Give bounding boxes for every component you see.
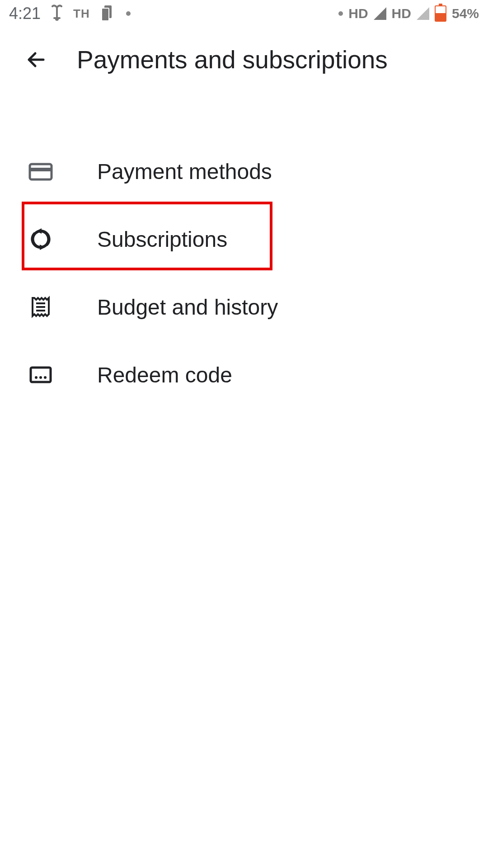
battery-icon xyxy=(435,5,446,22)
phone-app-icon xyxy=(99,4,117,24)
menu-item-payment-methods[interactable]: Payment methods xyxy=(0,137,488,205)
hd-indicator-1: HD xyxy=(348,6,368,21)
svg-point-10 xyxy=(39,376,42,379)
svg-point-9 xyxy=(35,376,38,379)
page-header: Payments and subscriptions xyxy=(0,27,488,92)
receipt-icon xyxy=(27,293,54,321)
svg-rect-3 xyxy=(30,164,52,179)
dot-indicator-1 xyxy=(126,11,131,16)
signal-icon-1 xyxy=(374,7,386,20)
svg-point-11 xyxy=(44,376,47,379)
menu-item-redeem-code[interactable]: Redeem code xyxy=(0,341,488,409)
back-arrow-icon xyxy=(24,48,48,71)
svg-rect-2 xyxy=(102,8,109,21)
svg-point-0 xyxy=(55,17,59,21)
svg-rect-8 xyxy=(31,368,51,382)
signal-icon-2 xyxy=(417,7,429,20)
dot-indicator-2 xyxy=(338,11,343,16)
status-left: 4:21 TH xyxy=(9,4,131,24)
menu-list: Payment methods Subscriptions Budget and… xyxy=(0,92,488,409)
battery-percentage: 54% xyxy=(452,6,479,21)
menu-label: Budget and history xyxy=(97,295,278,320)
menu-item-budget-history[interactable]: Budget and history xyxy=(0,273,488,341)
credit-card-icon xyxy=(27,158,54,185)
status-right: HD HD 54% xyxy=(338,5,479,22)
status-bar: 4:21 TH HD HD 54% xyxy=(0,0,488,27)
refresh-icon xyxy=(27,226,54,253)
status-time: 4:21 xyxy=(9,4,41,23)
app-icon-1 xyxy=(50,5,64,23)
hd-indicator-2: HD xyxy=(392,6,411,21)
code-icon xyxy=(27,361,54,388)
th-indicator: TH xyxy=(73,7,90,21)
back-button[interactable] xyxy=(23,46,50,73)
menu-label: Payment methods xyxy=(97,159,272,184)
page-title: Payments and subscriptions xyxy=(77,45,388,74)
svg-rect-4 xyxy=(30,168,52,171)
menu-label: Subscriptions xyxy=(97,227,227,252)
menu-label: Redeem code xyxy=(97,363,232,387)
menu-item-subscriptions[interactable]: Subscriptions xyxy=(0,205,488,273)
